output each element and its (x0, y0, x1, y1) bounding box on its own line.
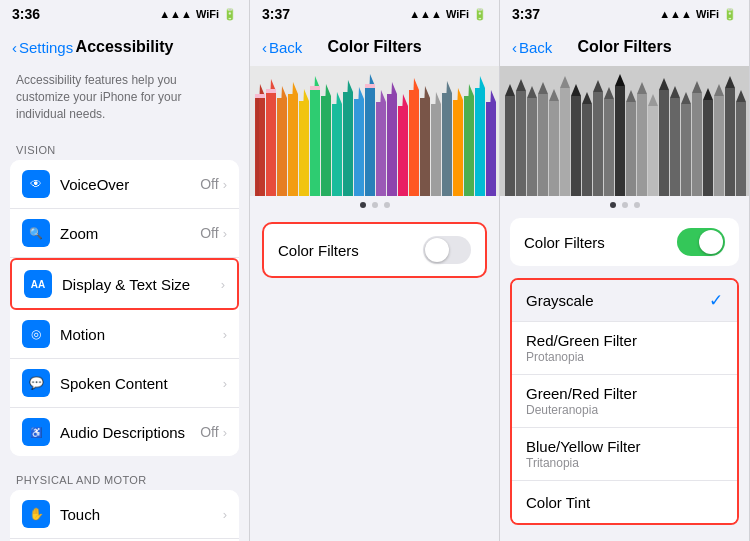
spoken-content-row[interactable]: 💬 Spoken Content › (10, 359, 239, 408)
audio-descriptions-value: Off (200, 424, 218, 440)
red-green-row[interactable]: Red/Green Filter Protanopia (512, 322, 737, 375)
svg-rect-48 (310, 86, 320, 90)
nav-header-2: ‹ Back Color Filters (250, 28, 499, 66)
svg-rect-67 (593, 92, 603, 196)
svg-rect-31 (409, 90, 419, 196)
svg-rect-71 (615, 86, 625, 196)
status-icons-3: ▲▲▲ WiFi 🔋 (659, 8, 737, 21)
svg-rect-63 (571, 96, 581, 196)
svg-rect-11 (299, 101, 309, 196)
dot-1-active (360, 202, 366, 208)
svg-rect-53 (516, 91, 526, 196)
motion-icon: ◎ (22, 320, 50, 348)
touch-row[interactable]: ✋ Touch › (10, 490, 239, 539)
display-text-chevron: › (221, 277, 225, 292)
zoom-row[interactable]: 🔍 Zoom Off › (10, 209, 239, 258)
section-physical-label: PHYSICAL AND MOTOR (0, 462, 249, 490)
svg-rect-27 (387, 94, 397, 196)
svg-rect-73 (626, 102, 636, 196)
color-filters-toggle-off[interactable] (423, 236, 471, 264)
signal-icon-2: ▲▲▲ (409, 8, 442, 20)
svg-rect-13 (310, 88, 320, 196)
audio-descriptions-row[interactable]: ♿ Audio Descriptions Off › (10, 408, 239, 456)
blue-yellow-row[interactable]: Blue/Yellow Filter Tritanopia (512, 428, 737, 481)
battery-icon-3: 🔋 (723, 8, 737, 21)
voiceover-row[interactable]: 👁 VoiceOver Off › (10, 160, 239, 209)
status-bar-2: 3:37 ▲▲▲ WiFi 🔋 (250, 0, 499, 28)
color-filters-toggle-row-on[interactable]: Color Filters (510, 218, 739, 266)
svg-rect-43 (475, 88, 485, 196)
green-red-label: Green/Red Filter (526, 385, 723, 402)
svg-rect-25 (376, 102, 386, 196)
back-label-3: Back (519, 39, 552, 56)
dot-3-1-active (610, 202, 616, 208)
wifi-icon-3: WiFi (696, 8, 719, 20)
time-1: 3:36 (12, 6, 40, 22)
grayscale-label: Grayscale (526, 292, 709, 309)
red-green-sub: Protanopia (526, 350, 723, 364)
back-button-2[interactable]: ‹ Back (262, 39, 302, 56)
pencils-image (250, 66, 499, 196)
battery-icon: 🔋 (223, 8, 237, 21)
back-button-3[interactable]: ‹ Back (512, 39, 552, 56)
voiceover-value: Off (200, 176, 218, 192)
svg-rect-19 (343, 92, 353, 196)
dot-3 (384, 202, 390, 208)
physical-group: ✋ Touch › 🔲 Face ID & Attention › ⚙ Swit… (10, 490, 239, 541)
pencils-svg-3 (500, 66, 749, 196)
svg-rect-55 (527, 98, 537, 196)
color-tint-row[interactable]: Color Tint (512, 481, 737, 523)
display-text-icon: AA (24, 270, 52, 298)
svg-rect-39 (453, 100, 463, 196)
touch-chevron: › (223, 507, 227, 522)
color-tint-label: Color Tint (526, 494, 723, 511)
green-red-row[interactable]: Green/Red Filter Deuteranopia (512, 375, 737, 428)
color-filters-toggle-row-off[interactable]: Color Filters (262, 222, 487, 278)
filter-options-group: Grayscale ✓ Red/Green Filter Protanopia … (510, 278, 739, 525)
nav-header-1: ‹ Settings Accessibility (0, 28, 249, 66)
motion-row[interactable]: ◎ Motion › (10, 310, 239, 359)
svg-rect-21 (354, 99, 364, 196)
pencils-svg (250, 66, 499, 196)
svg-rect-15 (321, 96, 331, 196)
wifi-icon-2: WiFi (446, 8, 469, 20)
spoken-content-chevron: › (223, 376, 227, 391)
svg-rect-5 (266, 91, 276, 196)
svg-rect-49 (365, 84, 375, 88)
motion-chevron: › (223, 327, 227, 342)
time-3: 3:37 (512, 6, 540, 22)
zoom-icon: 🔍 (22, 219, 50, 247)
audio-descriptions-chevron: › (223, 425, 227, 440)
svg-rect-9 (288, 94, 298, 196)
display-text-row[interactable]: AA Display & Text Size › (10, 258, 239, 310)
back-chevron-1: ‹ (12, 39, 17, 56)
zoom-label: Zoom (60, 225, 200, 242)
svg-rect-51 (505, 96, 515, 196)
svg-rect-45 (486, 102, 496, 196)
touch-icon: ✋ (22, 500, 50, 528)
accessibility-panel: 3:36 ▲▲▲ WiFi 🔋 ‹ Settings Accessibility… (0, 0, 250, 541)
svg-rect-23 (365, 86, 375, 196)
section-vision-label: VISION (0, 132, 249, 160)
page-dots-2 (250, 196, 499, 214)
svg-rect-29 (398, 106, 408, 196)
svg-rect-35 (431, 104, 441, 196)
color-filters-label-2: Color Filters (278, 242, 423, 259)
svg-rect-46 (255, 94, 265, 98)
color-filters-toggle-on[interactable] (677, 228, 725, 256)
back-button-1[interactable]: ‹ Settings (12, 39, 73, 56)
panel1-content: Accessibility features help you customiz… (0, 66, 249, 541)
svg-rect-7 (277, 98, 287, 196)
svg-rect-85 (692, 93, 702, 196)
spoken-content-label: Spoken Content (60, 375, 223, 392)
svg-rect-57 (538, 94, 548, 196)
svg-rect-3 (256, 96, 259, 196)
svg-rect-87 (703, 100, 713, 196)
voiceover-label: VoiceOver (60, 176, 200, 193)
status-bar-3: 3:37 ▲▲▲ WiFi 🔋 (500, 0, 749, 28)
grayscale-row[interactable]: Grayscale ✓ (512, 280, 737, 322)
svg-rect-89 (714, 96, 724, 196)
status-icons-2: ▲▲▲ WiFi 🔋 (409, 8, 487, 21)
svg-rect-47 (266, 89, 276, 93)
color-filters-panel-off: 3:37 ▲▲▲ WiFi 🔋 ‹ Back Color Filters (250, 0, 500, 541)
